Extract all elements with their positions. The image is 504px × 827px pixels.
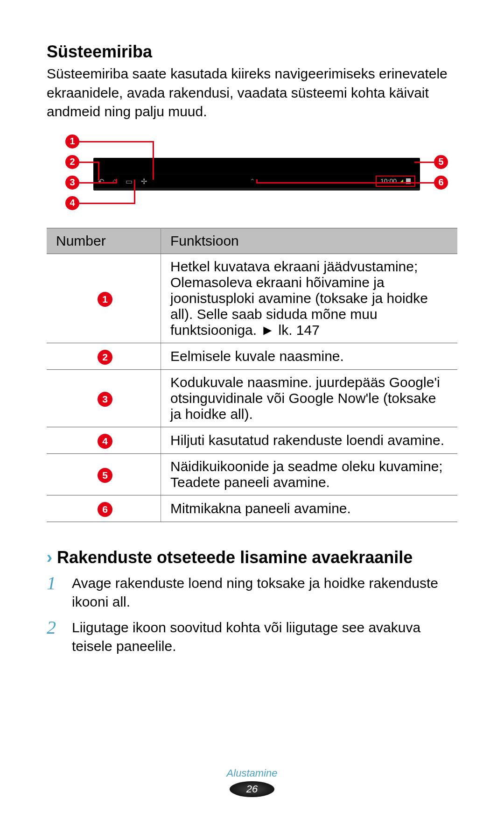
- callout-line: [256, 179, 258, 184]
- callout-5: 5: [434, 155, 448, 169]
- status-area: 10:00: [376, 176, 415, 187]
- systembar-diagram: ↶ ⌂ ▭ ✢ ⌃ 10:00 1 2 3 4 5 6: [56, 134, 448, 219]
- callout-3: 3: [65, 176, 79, 190]
- sub-heading: › Rakenduste otseteede lisamine avaekraa…: [47, 548, 457, 567]
- chevron-icon: ›: [47, 548, 52, 567]
- callout-line: [79, 182, 117, 184]
- callout-line: [79, 203, 135, 204]
- table-row: 1 Hetkel kuvatava ekraani jäädvustamine;…: [47, 254, 457, 343]
- callout-line: [79, 141, 154, 142]
- callout-line: [79, 162, 99, 163]
- callout-4: 4: [65, 196, 79, 210]
- table-row: 2 Eelmisele kuvale naasmine.: [47, 343, 457, 369]
- row-num-icon: 4: [98, 434, 112, 449]
- row-fn: Kodukuvale naasmine. juurdepääs Google'i…: [161, 369, 458, 427]
- row-fn: Hetkel kuvatava ekraani jäädvustamine; O…: [161, 254, 458, 343]
- row-num-icon: 6: [98, 502, 112, 517]
- callout-line: [98, 162, 99, 180]
- row-num-icon: 5: [98, 468, 112, 483]
- page-number-badge: 26: [238, 781, 266, 799]
- systembar-left-icons: ↶ ⌂ ▭ ✢: [98, 177, 147, 186]
- recent-icon: ▭: [126, 177, 133, 186]
- systembar-graphic: ↶ ⌂ ▭ ✢ ⌃ 10:00: [93, 158, 420, 191]
- list-item: 2 Liigutage ikoon soovitud kohta või lii…: [47, 618, 457, 656]
- table-row: 6 Mitmikakna paneeli avamine.: [47, 495, 457, 522]
- step-number: 1: [47, 574, 63, 612]
- steps-list: 1 Avage rakenduste loend ning toksake ja…: [47, 574, 457, 656]
- page-footer: Alustamine 26: [0, 767, 504, 799]
- callout-line: [116, 179, 117, 184]
- callout-line: [257, 182, 434, 184]
- status-time: 10:00: [380, 177, 397, 185]
- col-number: Number: [47, 228, 161, 254]
- col-function: Funktsioon: [161, 228, 458, 254]
- table-row: 4 Hiljuti kasutatud rakenduste loendi av…: [47, 427, 457, 453]
- list-item: 1 Avage rakenduste loend ning toksake ja…: [47, 574, 457, 612]
- callout-6: 6: [434, 176, 448, 190]
- page-number: 26: [238, 783, 266, 795]
- row-num-icon: 3: [98, 392, 112, 407]
- sub-title: Rakenduste otseteede lisamine avaekraani…: [57, 548, 413, 567]
- section-intro: Süsteemiriba saate kasutada kiireks navi…: [47, 64, 457, 121]
- function-table: Number Funktsioon 1 Hetkel kuvatava ekra…: [47, 228, 457, 522]
- row-num-icon: 1: [98, 292, 112, 307]
- row-fn: Eelmisele kuvale naasmine.: [161, 343, 458, 369]
- callout-2: 2: [65, 155, 79, 169]
- step-number: 2: [47, 618, 63, 656]
- table-header-row: Number Funktsioon: [47, 228, 457, 254]
- callout-line: [134, 180, 135, 204]
- footer-label: Alustamine: [0, 767, 504, 779]
- row-fn: Hiljuti kasutatud rakenduste loendi avam…: [161, 427, 458, 453]
- step-text: Liigutage ikoon soovitud kohta või liigu…: [72, 618, 457, 656]
- multiwindow-handle-icon: ⌃: [250, 177, 255, 185]
- table-row: 3 Kodukuvale naasmine. juurdepääs Google…: [47, 369, 457, 427]
- row-fn: Näidikuikoonide ja seadme oleku kuvamine…: [161, 453, 458, 495]
- row-fn: Mitmikakna paneeli avamine.: [161, 495, 458, 522]
- document-page: Süsteemiriba Süsteemiriba saate kasutada…: [0, 0, 504, 827]
- callout-1: 1: [65, 134, 79, 148]
- step-text: Avage rakenduste loend ning toksake ja h…: [72, 574, 457, 612]
- table-row: 5 Näidikuikoonide ja seadme oleku kuvami…: [47, 453, 457, 495]
- capture-icon: ✢: [141, 177, 147, 186]
- row-num-icon: 2: [98, 350, 112, 365]
- section-heading: Süsteemiriba: [47, 42, 457, 62]
- callout-line: [153, 141, 154, 180]
- callout-line: [414, 162, 434, 163]
